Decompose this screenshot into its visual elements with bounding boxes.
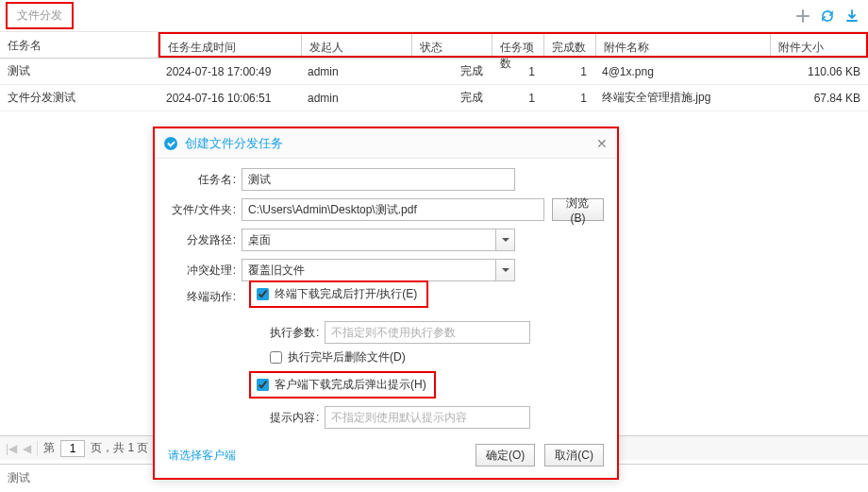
cell-name: 测试 [0,58,159,85]
exec-args-row: 执行参数 [168,321,604,344]
cell-items: 1 [491,86,542,110]
label-task-name: 任务名 [168,172,242,188]
select-clients-link[interactable]: 请选择客户端 [168,448,236,464]
cell-size: 67.84 KB [769,86,868,110]
cell-name: 文件分发测试 [0,84,159,111]
cell-time: 2024-07-16 10:06:51 [159,86,300,110]
label-file: 文件/文件夹 [168,202,242,218]
download-icon [844,8,860,24]
pager-page-input[interactable] [60,440,85,457]
dialog-titlebar[interactable]: 创建文件分发任务 ✕ [155,128,617,159]
cell-file: 终端安全管理措施.jpg [594,84,769,111]
col-header-status[interactable]: 状态 [412,34,492,56]
tab-file-distribution[interactable]: 文件分发 [6,2,74,29]
cell-done: 1 [542,59,594,84]
cell-size: 110.06 KB [769,59,868,84]
cell-items: 1 [491,59,542,84]
pager-prev-icon[interactable]: ◀ [23,442,31,455]
cell-done: 1 [542,86,594,110]
col-header-done[interactable]: 完成数 [544,34,596,56]
add-button[interactable] [793,6,813,26]
plus-icon [795,8,810,24]
check-icon [164,137,177,150]
delete-after-label: 执行完毕后删除文件(D) [288,349,406,365]
browse-button[interactable]: 浏览(B) [552,198,604,221]
cell-time: 2024-07-18 17:00:49 [159,59,300,84]
cell-status: 完成 [410,58,491,85]
delete-after-row: 执行完毕后删除文件(D) [168,349,604,365]
popup-highlight: 客户端下载完成后弹出提示(H) [249,371,436,399]
conflict-value: 覆盖旧文件 [242,259,515,281]
col-header-user[interactable]: 发起人 [302,34,412,56]
col-header-time[interactable]: 任务生成时间 [160,34,302,56]
close-icon[interactable]: ✕ [596,136,608,151]
cancel-button[interactable]: 取消(C) [544,444,604,467]
col-header-size[interactable]: 附件大小 [771,34,866,56]
refresh-button[interactable] [817,6,838,26]
dist-path-value: 桌面 [242,229,515,251]
table-header: 任务名 任务生成时间 发起人 状态 任务项数 完成数 附件名称 附件大小 [0,32,868,59]
chevron-down-icon[interactable] [495,229,514,250]
popup-checkbox[interactable] [257,379,269,391]
open-after-checkbox[interactable] [257,288,269,300]
task-name-input[interactable] [242,168,515,191]
pager-prefix: 第 [43,440,55,456]
pager-first-icon[interactable]: |◀ [6,442,17,455]
label-popup-content: 提示内容 [270,410,319,426]
delete-after-checkbox[interactable] [270,351,282,364]
download-button[interactable] [842,6,862,26]
table-row[interactable]: 测试 2024-07-18 17:00:49 admin 完成 1 1 4@1x… [0,59,868,85]
conflict-select[interactable]: 覆盖旧文件 [242,259,515,281]
dialog-title: 创建文件分发任务 [185,135,283,152]
table-row[interactable]: 文件分发测试 2024-07-16 10:06:51 admin 完成 1 1 … [0,85,868,111]
exec-args-input[interactable] [325,321,530,344]
dialog-footer: 请选择客户端 确定(O) 取消(C) [155,436,617,478]
chevron-down-icon[interactable] [495,260,514,280]
popup-content-input[interactable] [325,406,530,429]
file-path-input[interactable] [242,198,544,221]
open-after-highlight: 终端下载完成后打开/执行(E) [249,280,428,308]
col-header-items[interactable]: 任务项数 [492,34,544,56]
label-dist-path: 分发路径 [168,232,242,248]
popup-label: 客户端下载完成后弹出提示(H) [275,377,426,393]
cell-file: 4@1x.png [594,59,769,84]
label-exec-args: 执行参数 [270,325,319,341]
popup-content-row: 提示内容 [168,406,604,429]
col-header-file[interactable]: 附件名称 [596,34,771,56]
ok-button[interactable]: 确定(O) [476,444,535,467]
top-toolbar: 文件分发 [0,0,868,32]
col-header-name[interactable]: 任务名 [0,32,159,58]
refresh-icon [820,8,835,24]
dist-path-select[interactable]: 桌面 [242,229,515,251]
cell-user: admin [300,59,410,84]
cell-user: admin [300,86,410,110]
label-term-action: 终端动作 [168,289,242,305]
create-task-dialog: 创建文件分发任务 ✕ 任务名 文件/文件夹 浏览(B) 分发路径 桌面 冲突处理 [153,127,619,480]
header-highlight-group: 任务生成时间 发起人 状态 任务项数 完成数 附件名称 附件大小 [159,32,868,58]
open-after-label: 终端下载完成后打开/执行(E) [275,286,417,302]
label-conflict: 冲突处理 [168,263,242,279]
pager-suffix: 页，共 1 页 [91,440,148,456]
cell-status: 完成 [410,84,491,111]
